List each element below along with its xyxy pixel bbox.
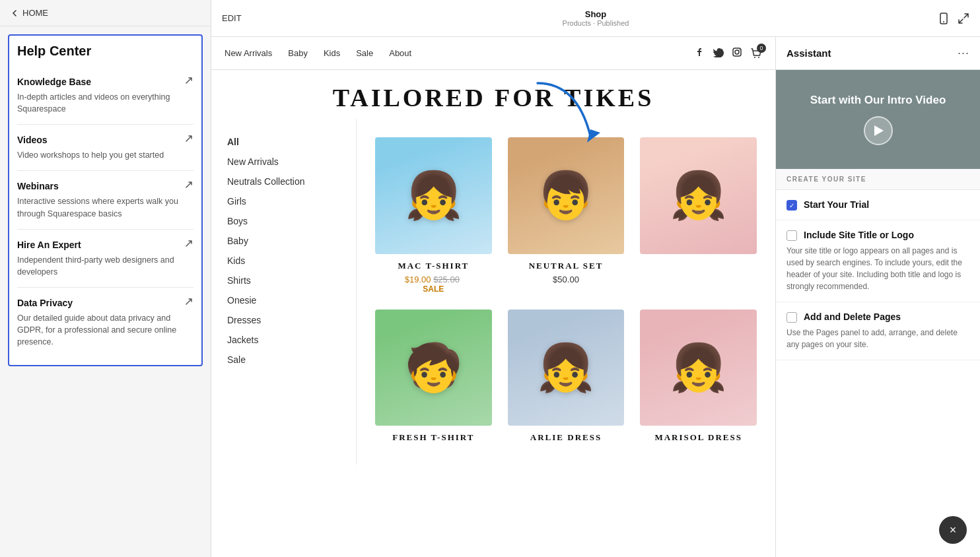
help-item-title-hire-expert: Hire An Expert — [17, 240, 81, 250]
svg-point-6 — [758, 57, 759, 58]
category-girls[interactable]: Girls — [227, 191, 340, 211]
nav-item-sale[interactable]: Sale — [356, 48, 373, 58]
product-card-third[interactable]: 👧 — [632, 129, 765, 302]
product-price-neutral-set: $50.00 — [508, 275, 625, 284]
product-card-fresh-tshirt[interactable]: 🧒 FRESH T-SHIRT — [367, 302, 500, 455]
help-item-title-knowledge-base: Knowledge Base — [17, 77, 91, 87]
category-kids[interactable]: Kids — [227, 251, 340, 271]
shop-sub: Products · Published — [563, 19, 629, 27]
mobile-icon — [938, 13, 950, 24]
sale-tag: SALE — [375, 284, 492, 294]
product-grid: 👧 MAC T-SHIRT $19.00 $25.00 SALE 👦 — [357, 119, 775, 465]
checkbox-site-title[interactable] — [787, 230, 797, 241]
help-item-data-privacy[interactable]: Data Privacy Our detailed guide about da… — [17, 288, 193, 357]
nav-item-kids[interactable]: Kids — [324, 48, 340, 58]
top-bar: EDIT Shop Products · Published — [211, 0, 980, 37]
category-baby[interactable]: Baby — [227, 231, 340, 251]
category-all[interactable]: All — [227, 132, 340, 152]
help-item-title-videos: Videos — [17, 135, 48, 145]
hero-title: TAILORED FOR TIKES — [211, 83, 775, 112]
external-link-icon-data-privacy — [184, 297, 193, 309]
nav-item-about[interactable]: About — [389, 48, 411, 58]
category-sale[interactable]: Sale — [227, 350, 340, 370]
cart-icon[interactable]: 0 — [750, 48, 762, 59]
close-button[interactable]: × — [939, 516, 967, 544]
assistant-panel: Assistant ··· Start with Our Intro Video… — [775, 37, 980, 557]
edit-button[interactable]: EDIT — [222, 13, 242, 23]
product-name-mac-tshirt: MAC T-SHIRT — [375, 261, 492, 271]
play-button[interactable] — [864, 116, 893, 145]
external-link-icon-webinars — [184, 180, 193, 192]
category-boys[interactable]: Boys — [227, 211, 340, 231]
assistant-more-button[interactable]: ··· — [958, 46, 969, 60]
checklist-title-start-trial: Start Your Trial — [804, 199, 869, 210]
checklist-desc-site-title: Your site title or logo appears on all p… — [787, 245, 969, 292]
create-site-label: CREATE YOUR SITE — [776, 169, 980, 190]
help-item-knowledge-base[interactable]: Knowledge Base In-depth articles and vid… — [17, 67, 193, 125]
product-image-fresh-tshirt: 🧒 — [375, 310, 492, 426]
intro-video-title: Start with Our Intro Video — [810, 94, 946, 107]
product-image-neutral-set: 👦 — [508, 137, 625, 254]
svg-point-4 — [739, 49, 740, 51]
product-card-mac-tshirt[interactable]: 👧 MAC T-SHIRT $19.00 $25.00 SALE — [367, 129, 500, 302]
svg-point-3 — [735, 50, 739, 54]
checklist-title-add-pages: Add and Delete Pages — [804, 311, 901, 322]
website-preview: New Arrivals Baby Kids Sale About — [211, 37, 775, 557]
svg-point-1 — [943, 21, 944, 22]
category-sidebar: All New Arrivals Neutrals Collection Gir… — [211, 119, 357, 465]
help-item-desc-videos: Video workshops to help you get started — [17, 149, 193, 161]
chevron-left-icon — [11, 9, 18, 17]
category-shirts[interactable]: Shirts — [227, 271, 340, 290]
content-area: New Arrivals Baby Kids Sale About — [211, 37, 980, 557]
instagram-icon[interactable] — [732, 47, 742, 59]
external-link-icon-knowledge-base — [184, 76, 193, 88]
external-link-icon-hire-expert — [184, 239, 193, 251]
help-item-hire-expert[interactable]: Hire An Expert Independent third-party w… — [17, 230, 193, 288]
product-sale-price: $19.00 — [405, 275, 431, 284]
external-link-icon-videos — [184, 134, 193, 146]
checklist-item-start-trial[interactable]: ✓ Start Your Trial — [776, 190, 980, 220]
category-neutrals-collection[interactable]: Neutrals Collection — [227, 172, 340, 191]
product-image-mac-tshirt: 👧 — [375, 137, 492, 254]
shop-title: Shop — [563, 9, 629, 19]
help-item-desc-hire-expert: Independent third-party web designers an… — [17, 254, 193, 278]
site-navigation: New Arrivals Baby Kids Sale About — [211, 37, 775, 70]
category-jackets[interactable]: Jackets — [227, 330, 340, 350]
category-new-arrivals[interactable]: New Arrivals — [227, 152, 340, 172]
product-price-mac-tshirt: $19.00 $25.00 SALE — [375, 275, 492, 294]
checklist-item-site-title[interactable]: Include Site Title or Logo Your site tit… — [776, 220, 980, 302]
expand-icon — [958, 13, 969, 24]
help-item-title-webinars: Webinars — [17, 181, 59, 191]
twitter-icon[interactable] — [713, 47, 724, 59]
product-card-neutral-set[interactable]: 👦 NEUTRAL SET $50.00 — [500, 129, 633, 302]
assistant-header: Assistant ··· — [776, 37, 980, 70]
product-original-price: $25.00 — [433, 275, 460, 284]
nav-item-baby[interactable]: Baby — [288, 48, 308, 58]
category-dresses[interactable]: Dresses — [227, 310, 340, 330]
close-icon: × — [950, 523, 957, 537]
facebook-icon[interactable] — [695, 47, 705, 59]
home-nav[interactable]: HOME — [0, 0, 211, 26]
checkbox-add-pages[interactable] — [787, 312, 797, 323]
help-item-webinars[interactable]: Webinars Interactive sessions where expe… — [17, 171, 193, 229]
product-card-arlie-dress[interactable]: 👧 ARLIE DRESS — [500, 302, 633, 455]
help-item-videos[interactable]: Videos Video workshops to help you get s… — [17, 125, 193, 171]
expand-button[interactable] — [958, 13, 969, 24]
help-item-desc-data-privacy: Our detailed guide about data privacy an… — [17, 312, 193, 348]
product-card-marisol-dress[interactable]: 👧 MARISOL DRESS — [632, 302, 765, 455]
hero-section: TAILORED FOR TIKES — [211, 70, 775, 119]
product-image-marisol-dress: 👧 — [640, 310, 757, 426]
checkbox-start-trial[interactable]: ✓ — [787, 200, 797, 211]
svg-rect-2 — [733, 48, 741, 56]
help-item-desc-knowledge-base: In-depth articles and videos on everythi… — [17, 91, 193, 115]
checklist-item-add-pages[interactable]: Add and Delete Pages Use the Pages panel… — [776, 302, 980, 360]
checklist-title-site-title: Include Site Title or Logo — [804, 230, 914, 240]
product-image-third: 👧 — [640, 137, 757, 254]
cart-badge: 0 — [757, 44, 766, 53]
mobile-preview-button[interactable] — [938, 13, 950, 24]
product-name-marisol-dress: MARISOL DRESS — [640, 432, 757, 443]
category-onesie[interactable]: Onesie — [227, 290, 340, 310]
nav-item-new-arrivals[interactable]: New Arrivals — [225, 48, 272, 58]
product-image-arlie-dress: 👧 — [508, 310, 625, 426]
help-item-title-data-privacy: Data Privacy — [17, 298, 73, 308]
